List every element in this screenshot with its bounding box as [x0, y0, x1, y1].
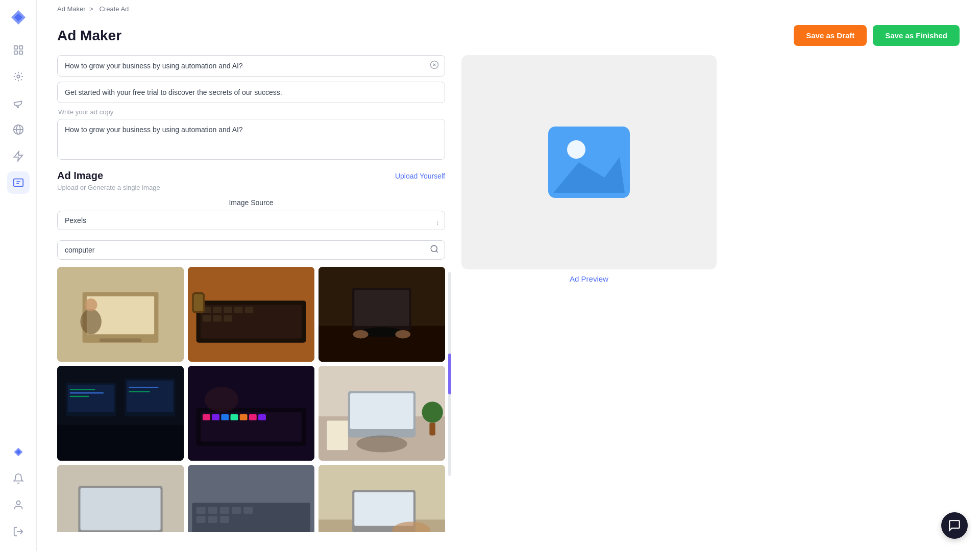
page-header: Ad Maker Save as Draft Save as Finished: [57, 15, 960, 51]
ad-image-title: Ad Image: [57, 170, 103, 182]
svg-point-73: [422, 402, 443, 422]
image-search-input[interactable]: [57, 240, 445, 260]
image-source-select[interactable]: Pexels Unsplash Upload: [57, 211, 445, 230]
ad-preview-label: Ad Preview: [461, 274, 717, 283]
sidebar-item-user[interactable]: [7, 494, 30, 516]
secondary-input[interactable]: Get started with your free trial to disc…: [57, 82, 445, 103]
svg-rect-2: [14, 51, 17, 54]
image-source-label: Image Source: [57, 198, 445, 207]
left-panel: How to grow your business by using autom…: [57, 55, 445, 532]
header-buttons: Save as Draft Save as Finished: [794, 25, 960, 46]
image-search-button[interactable]: [430, 244, 439, 256]
svg-rect-85: [243, 507, 253, 514]
image-thumb-5[interactable]: [188, 366, 314, 461]
svg-rect-41: [354, 290, 409, 325]
svg-point-12: [16, 501, 20, 505]
svg-rect-72: [327, 420, 348, 450]
image-thumb-7[interactable]: [57, 465, 184, 532]
svg-rect-87: [208, 516, 217, 523]
svg-rect-34: [213, 315, 222, 321]
svg-rect-51: [70, 392, 104, 393]
scroll-track[interactable]: [448, 272, 451, 476]
svg-rect-77: [80, 488, 160, 530]
svg-rect-33: [203, 315, 211, 321]
scroll-thumb: [448, 354, 451, 394]
page-title: Ad Maker: [57, 28, 121, 44]
svg-rect-59: [203, 414, 210, 420]
chat-button[interactable]: [941, 512, 968, 539]
image-thumb-4[interactable]: [57, 366, 184, 461]
svg-rect-63: [240, 414, 248, 420]
primary-input-wrapper: How to grow your business by using autom…: [57, 55, 445, 77]
ad-copy-section: How to grow your business by using autom…: [57, 55, 445, 162]
svg-rect-86: [197, 516, 206, 523]
svg-rect-84: [232, 507, 241, 514]
sidebar-item-bell[interactable]: [7, 467, 30, 490]
sidebar: [0, 0, 37, 551]
svg-point-24: [85, 298, 97, 311]
image-thumb-2[interactable]: [188, 267, 314, 362]
write-copy-label: Write your ad copy: [57, 108, 445, 116]
sidebar-item-lightning[interactable]: [7, 145, 30, 167]
image-thumb-8[interactable]: [188, 465, 314, 532]
svg-rect-3: [19, 51, 22, 54]
clear-primary-icon[interactable]: [430, 60, 439, 71]
ad-preview-placeholder: [538, 121, 640, 203]
svg-rect-55: [57, 425, 184, 461]
main-content: Ad Maker > Create Ad Ad Maker Save as Dr…: [37, 0, 980, 551]
primary-input-text: How to grow your business by using autom…: [65, 62, 243, 70]
svg-point-43: [353, 330, 369, 339]
image-thumb-6[interactable]: [318, 366, 445, 461]
image-thumb-1[interactable]: [57, 267, 184, 362]
svg-point-23: [80, 309, 101, 335]
primary-input-display: How to grow your business by using autom…: [57, 55, 445, 77]
image-thumb-3[interactable]: [318, 267, 445, 362]
svg-rect-60: [212, 414, 219, 420]
breadcrumb: Ad Maker > Create Ad: [57, 0, 960, 15]
svg-rect-82: [208, 507, 217, 514]
svg-rect-22: [100, 339, 142, 342]
svg-line-18: [436, 251, 437, 252]
sidebar-bottom-logo[interactable]: [7, 441, 30, 463]
save-draft-button[interactable]: Save as Draft: [794, 25, 867, 46]
ad-copy-textarea[interactable]: How to grow your business by using autom…: [57, 119, 445, 160]
svg-rect-92: [354, 492, 413, 526]
svg-point-17: [431, 245, 437, 252]
svg-rect-29: [213, 307, 222, 313]
sidebar-item-logout[interactable]: [7, 520, 30, 543]
preview-placeholder-icon: [538, 121, 640, 203]
image-grid: [57, 267, 445, 532]
breadcrumb-parent[interactable]: Ad Maker: [57, 5, 86, 13]
svg-rect-32: [245, 307, 254, 313]
svg-point-95: [567, 140, 585, 159]
sidebar-item-settings[interactable]: [7, 65, 30, 88]
svg-rect-9: [13, 179, 22, 187]
svg-rect-30: [224, 307, 232, 313]
sidebar-item-admaker[interactable]: [7, 171, 30, 194]
svg-rect-47: [68, 385, 114, 412]
upload-yourself-link[interactable]: Upload Yourself: [395, 172, 445, 180]
sidebar-item-globe[interactable]: [7, 118, 30, 141]
svg-marker-8: [14, 152, 22, 161]
ad-image-section: Ad Image Upload Yourself Upload or Gener…: [57, 170, 445, 532]
svg-rect-83: [220, 507, 229, 514]
svg-rect-54: [129, 391, 150, 392]
svg-rect-1: [19, 46, 22, 49]
svg-point-4: [17, 75, 20, 78]
svg-rect-50: [70, 389, 95, 390]
sidebar-logo[interactable]: [9, 8, 28, 29]
svg-rect-70: [350, 393, 413, 429]
image-thumb-9[interactable]: [318, 465, 445, 532]
save-finished-button[interactable]: Save as Finished: [873, 25, 960, 46]
sidebar-item-megaphone[interactable]: [7, 92, 30, 114]
svg-rect-61: [221, 414, 229, 420]
sidebar-bottom: [7, 441, 30, 543]
sidebar-item-dashboard[interactable]: [7, 39, 30, 61]
svg-rect-37: [194, 294, 203, 311]
svg-rect-88: [220, 516, 229, 523]
chat-icon: [948, 519, 961, 532]
svg-point-44: [395, 330, 410, 339]
svg-rect-53: [129, 387, 159, 388]
svg-rect-74: [429, 423, 435, 436]
breadcrumb-current: Create Ad: [99, 5, 129, 13]
